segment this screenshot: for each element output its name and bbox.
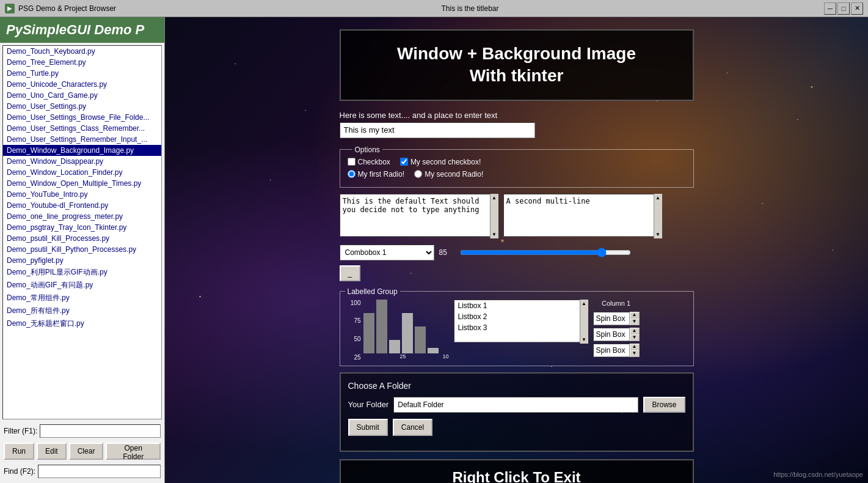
filter-input[interactable] — [40, 424, 161, 438]
file-item[interactable]: Demo_所有组件.py — [3, 304, 161, 317]
file-list[interactable]: Demo_Touch_Keyboard.pyDemo_Tree_Element.… — [2, 45, 162, 419]
file-item[interactable]: Demo_one_line_progress_meter.py — [3, 211, 161, 222]
x-label-25: 25 — [399, 353, 406, 361]
small-button-row: _ — [340, 265, 694, 281]
open-folder-button[interactable]: Open Folder — [106, 443, 161, 460]
file-item[interactable]: Demo_利用PIL显示GIF动画.py — [3, 266, 161, 279]
spinbox2[interactable] — [593, 328, 630, 341]
browse-button[interactable]: Browse — [643, 397, 685, 413]
file-item[interactable]: Demo_User_Settings.py — [3, 101, 161, 112]
run-button[interactable]: Run — [4, 443, 34, 460]
app-title-display: PySimpleGUI Demo P — [0, 17, 164, 43]
spinbox2-down[interactable]: ▼ — [630, 334, 640, 341]
listbox[interactable]: Listbox 1Listbox 2Listbox 3 — [454, 300, 588, 342]
slider-value-display: 85 — [439, 248, 458, 257]
submit-button[interactable]: Submit — [348, 419, 388, 436]
close-button[interactable]: ✕ — [851, 2, 863, 15]
file-item[interactable]: Demo_Touch_Keyboard.py — [3, 46, 161, 57]
scroll2-up-icon[interactable]: ▲ — [655, 195, 660, 201]
edit-button[interactable]: Edit — [37, 443, 67, 460]
listbox-scroll-down-icon[interactable]: ▼ — [582, 337, 586, 342]
spinbox1[interactable] — [593, 312, 630, 325]
checkbox1[interactable] — [348, 158, 356, 166]
radio2[interactable] — [414, 170, 422, 178]
find-input[interactable] — [38, 465, 161, 478]
spinbox1-up[interactable]: ▲ — [630, 312, 640, 319]
checkbox1-label[interactable]: Checkbox — [348, 158, 390, 166]
exit-text: Right Click To Exit — [349, 469, 684, 483]
labelled-group: Labelled Group 100 75 50 25 — [340, 287, 694, 366]
file-item[interactable]: Demo_Window_Disappear.py — [3, 156, 161, 167]
file-item[interactable]: Demo_无标题栏窗口.py — [3, 317, 161, 330]
scroll-up-icon[interactable]: ▲ — [492, 195, 497, 201]
window-title: This is the titlebar — [116, 4, 824, 13]
radio2-label[interactable]: My second Radio! — [414, 170, 483, 179]
file-item[interactable]: Demo_Window_Location_Finder.py — [3, 167, 161, 178]
file-item[interactable]: Demo_Window_Background_Image.py — [3, 145, 161, 156]
title-bar: ▶ PSG Demo & Project Browser This is the… — [0, 0, 868, 17]
slider-container: 85 — [439, 246, 694, 259]
spinbox2-row: ▲ ▼ — [593, 328, 640, 341]
app-icon: ▶ — [5, 4, 15, 13]
listbox-item[interactable]: Listbox 2 — [454, 311, 588, 322]
listbox-item[interactable]: Listbox 3 — [454, 322, 588, 333]
file-item[interactable]: Demo_YouTube_Intro.py — [3, 189, 161, 200]
find-row: Find (F2): — [0, 462, 164, 481]
listbox-scroll-up-icon[interactable]: ▲ — [582, 301, 586, 306]
spinbox3-down[interactable]: ▼ — [630, 350, 640, 357]
scroll2-down-icon[interactable]: ▼ — [655, 232, 660, 237]
file-item[interactable]: Demo_psgtray_Tray_Icon_Tkinter.py — [3, 222, 161, 233]
file-item[interactable]: Demo_Unicode_Characters.py — [3, 79, 161, 90]
clear-button[interactable]: Clear — [69, 443, 104, 460]
file-item[interactable]: Demo_psutil_Kill_Processes.py — [3, 233, 161, 244]
minimize-button[interactable]: ─ — [824, 2, 836, 15]
spinbox1-down[interactable]: ▼ — [630, 319, 640, 325]
file-item[interactable]: Demo_Turtle.py — [3, 68, 161, 79]
file-item[interactable]: Demo_常用组件.py — [3, 292, 161, 304]
file-item[interactable]: Demo_User_Settings_Remember_Input_... — [3, 134, 161, 145]
file-item[interactable]: Demo_动画GIF_有问题.py — [3, 279, 161, 292]
demo-content: Window + Background Image With tkinter H… — [177, 29, 856, 483]
radio1[interactable] — [348, 170, 356, 178]
file-item[interactable]: Demo_User_Settings_Class_Remember... — [3, 123, 161, 134]
text-section: Here is some text.... and a place to ent… — [340, 111, 694, 138]
multiline1[interactable] — [340, 194, 498, 237]
checkbox2[interactable] — [400, 158, 408, 166]
slider[interactable] — [460, 246, 631, 259]
folder-section-title: Choose A Folder — [348, 381, 685, 391]
watermark: https://blog.csdn.net/yuetaope — [773, 471, 863, 478]
folder-input[interactable] — [393, 397, 638, 413]
file-item[interactable]: Demo_pyfiglet.py — [3, 255, 161, 266]
column-1-label: Column 1 — [593, 300, 640, 307]
cancel-button[interactable]: Cancel — [393, 419, 432, 436]
file-item[interactable]: Demo_Uno_Card_Game.py — [3, 90, 161, 101]
combo-slider-row: Combobox 1Combobox 2Combobox 3 85 — [340, 245, 694, 260]
exit-box[interactable]: Right Click To Exit — [340, 459, 694, 483]
window-controls: ─ □ ✕ — [824, 2, 863, 15]
file-item[interactable]: Demo_Tree_Element.py — [3, 57, 161, 68]
checkbox2-label[interactable]: My second checkbox! — [400, 158, 481, 166]
file-item[interactable]: Demo_User_Settings_Browse_File_Folde... — [3, 112, 161, 123]
text-input[interactable] — [340, 122, 535, 138]
listbox-item[interactable]: Listbox 1 — [454, 300, 588, 311]
small-button[interactable]: _ — [340, 265, 361, 281]
spinbox1-row: ▲ ▼ — [593, 312, 640, 325]
combobox[interactable]: Combobox 1Combobox 2Combobox 3 — [340, 245, 434, 260]
file-item[interactable]: Demo_Youtube-dl_Frontend.py — [3, 200, 161, 211]
scroll-down-icon[interactable]: ▼ — [492, 232, 497, 237]
action-buttons: Run Edit Clear Open Folder — [0, 440, 164, 462]
file-item[interactable]: Demo_Window_Open_Multiple_Times.py — [3, 178, 161, 189]
spinbox1-controls: ▲ ▼ — [630, 312, 640, 325]
demo-window: Window + Background Image With tkinter H… — [340, 29, 694, 483]
filter-label: Filter (F1): — [4, 427, 37, 435]
left-panel: PySimpleGUI Demo P Demo_Touch_Keyboard.p… — [0, 17, 165, 483]
spinbox2-up[interactable]: ▲ — [630, 328, 640, 334]
folder-section: Choose A Folder Your Folder Browse Submi… — [340, 372, 694, 452]
file-item[interactable]: Demo_psutil_Kill_Python_Processes.py — [3, 244, 161, 255]
spinbox3[interactable] — [593, 344, 630, 357]
radio1-label[interactable]: My first Radio! — [348, 170, 405, 179]
maximize-button[interactable]: □ — [837, 2, 850, 15]
multiline2[interactable] — [503, 194, 662, 237]
spinbox3-up[interactable]: ▲ — [630, 344, 640, 350]
header-box: Window + Background Image With tkinter — [340, 29, 694, 101]
